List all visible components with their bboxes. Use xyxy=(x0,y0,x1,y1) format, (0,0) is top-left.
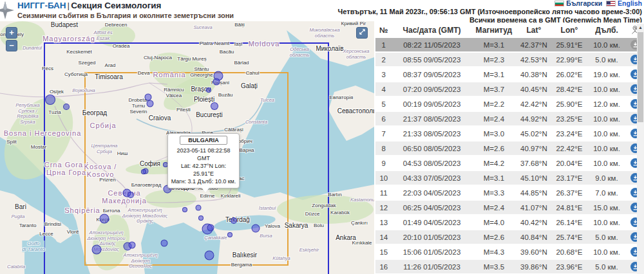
row-magnitude: M=3.0 xyxy=(472,130,516,138)
niggg-logo-icon xyxy=(0,1,15,20)
map-label: Râmnicu Vâlcea xyxy=(164,87,184,98)
page-subtitle: Сеизмични събития в България и околните … xyxy=(17,12,234,19)
earthquake-dot[interactable] xyxy=(196,205,202,211)
quake-table-row[interactable]: 108:22 11/05/2023M=3.142.37°N25.91°E10.0… xyxy=(375,38,644,51)
row-number: 14 xyxy=(375,233,392,241)
language-switcher: Български English xyxy=(338,0,642,7)
map-zoom-out-button[interactable]: − xyxy=(6,40,17,51)
column-header[interactable]: Час/дата (GMT) xyxy=(392,26,472,35)
map-label: Kırıkkale xyxy=(352,240,372,246)
quake-table-body: 108:22 11/05/2023M=3.142.37°N25.91°E10.0… xyxy=(375,38,644,273)
map-label: Debrecen xyxy=(105,22,128,28)
earthquake-dot[interactable] xyxy=(147,100,154,107)
row-latitude: 45.10°N xyxy=(516,174,551,182)
map-label: Oradea xyxy=(113,43,130,49)
bulgarian-flag-icon xyxy=(554,1,564,6)
row-latitude: 40.84°N xyxy=(516,233,551,241)
row-longitude: 26.14°E xyxy=(551,219,587,226)
map-label: Constanța xyxy=(245,120,267,125)
earthquake-dot[interactable] xyxy=(205,251,214,260)
quake-table-row[interactable]: 308:37 09/05/2023M=3.140.38°N26.02°E19.0… xyxy=(375,68,644,81)
column-header[interactable]: № xyxy=(375,26,392,35)
earthquake-dot[interactable] xyxy=(206,87,211,93)
quake-table-row[interactable]: 1206:25 04/05/2023M=2.441.07°N24.81°E15.… xyxy=(375,201,644,214)
earthquake-dot[interactable] xyxy=(231,217,237,224)
map-label: România xyxy=(153,71,185,78)
quake-table-row[interactable]: 1122:03 04/05/2023M=3.344.85°N26.37°E7.0… xyxy=(375,186,644,199)
earthquake-dot[interactable] xyxy=(211,102,218,110)
row-number: 11 xyxy=(375,189,392,197)
map-label: Kastamonu xyxy=(350,197,374,203)
quake-table-row[interactable]: 500:19 09/05/2023M=2.242.42°N25.90°E12.0… xyxy=(375,97,644,111)
row-number: 13 xyxy=(375,219,392,226)
row-longitude: 22.99°E xyxy=(551,56,587,64)
earthquake-dot[interactable] xyxy=(207,224,214,232)
scrollbar-thumb[interactable] xyxy=(638,32,643,122)
row-latitude: 42.53°N xyxy=(516,56,551,64)
map-zoom-in-button[interactable]: + xyxy=(6,27,17,39)
row-depth: 10.0 км. xyxy=(587,160,627,167)
table-header-row: №Час/дата (GMT)МагнитудLat°Lon°Дълб. xyxy=(375,23,644,38)
row-longitude: 23.24°E xyxy=(551,130,587,138)
quake-table-row[interactable]: 1420:10 01/05/2023M=2.640.84°N25.74°E5.0… xyxy=(375,230,644,244)
quake-table-row[interactable]: 904:53 08/05/2023M=4.237.68°N20.04°E10.0… xyxy=(375,156,644,170)
row-number: 8 xyxy=(375,145,392,152)
table-scrollbar[interactable]: ▲ xyxy=(637,24,644,274)
quake-table-row[interactable]: 407:20 09/05/2023M=3.740.45°N28.42°E10.0… xyxy=(375,82,644,96)
lang-bulgarian-link[interactable]: Български xyxy=(566,0,602,7)
org-name[interactable]: НИГГГ-БАН xyxy=(17,1,66,10)
column-header[interactable]: Lon° xyxy=(551,26,587,35)
earthquake-dot[interactable] xyxy=(128,192,134,198)
map-canvas[interactable]: BULGARIA 2023-05-11 08:22:58 GMT Lat: 42… xyxy=(0,21,374,274)
map-label: Миколаїв xyxy=(316,45,343,52)
quake-table-row[interactable]: 721:33 08/05/2023M=3.045.02°N23.24°E10.0… xyxy=(375,127,644,140)
earthquake-dot[interactable] xyxy=(161,240,168,247)
earthquake-dot[interactable] xyxy=(129,242,136,249)
quake-table-row[interactable]: 621:37 08/05/2023M=2.444.92°N23.25°E10.0… xyxy=(375,112,644,125)
earthquake-dot[interactable] xyxy=(141,169,146,174)
column-header[interactable]: Магнитуд xyxy=(472,26,516,35)
map-label: Szeged xyxy=(78,60,95,66)
map-label: Tekirdağ xyxy=(225,216,250,223)
row-longitude: 20.68°E xyxy=(551,248,587,256)
quake-table-row[interactable]: 1301:49 04/05/2023M=4.040.42°N26.14°E10.… xyxy=(375,215,644,229)
map-label: Bari xyxy=(15,203,26,210)
map-label: Суботица xyxy=(64,71,88,77)
row-number: 7 xyxy=(375,130,392,138)
quake-table-row[interactable]: 208:55 09/05/2023M=2.342.53°N22.99°E5.0 … xyxy=(375,53,644,66)
map-label: Mostar xyxy=(31,144,46,150)
map-label: Αποκεντρωμένη Διοίκηση Μακεδονίας Θράκης xyxy=(122,208,167,224)
row-datetime: 04:33 07/05/2023 xyxy=(392,174,472,182)
row-datetime: 04:53 08/05/2023 xyxy=(392,160,472,167)
earthquake-dot[interactable] xyxy=(100,214,109,224)
map-label: Bartın xyxy=(328,192,341,197)
quake-table-row[interactable]: 1515:06 01/05/2023M=4.339.60°N20.68°E10.… xyxy=(375,245,644,259)
earthquake-dot[interactable] xyxy=(182,207,187,212)
earthquake-dot[interactable] xyxy=(252,224,260,233)
map-label: Taranto xyxy=(19,223,37,228)
row-number: 9 xyxy=(375,160,392,167)
scrollbar-up-arrow[interactable]: ▲ xyxy=(637,24,644,32)
earthquake-dot[interactable] xyxy=(198,215,204,221)
map-label: Budapest xyxy=(51,21,78,28)
earthquake-dot[interactable] xyxy=(63,104,70,110)
earthquake-dot[interactable] xyxy=(45,95,55,105)
row-magnitude: M=2.6 xyxy=(472,233,516,241)
map-label: Edirne xyxy=(200,193,214,199)
quake-table-row[interactable]: 806:50 08/05/2023M=2.640.97°N22.42°E10.0… xyxy=(375,142,644,155)
quake-table-row[interactable]: 1611:26 01/05/2023M=3.539.86°N23.96°E5.0… xyxy=(375,260,644,273)
row-magnitude: M=4.3 xyxy=(472,248,516,256)
column-header[interactable]: Дълб. xyxy=(587,26,627,35)
map-fullscreen-button[interactable] xyxy=(356,27,368,39)
column-header[interactable]: Lat° xyxy=(516,26,551,35)
lang-english-link[interactable]: English xyxy=(618,0,642,7)
row-longitude: 28.42°E xyxy=(551,86,587,93)
quake-table-row[interactable]: 1004:33 07/05/2023M=3.145.10°N23.17°E9.0… xyxy=(375,171,644,185)
earthquake-dot[interactable] xyxy=(227,232,232,237)
map-label: Севастополь xyxy=(337,107,374,114)
map-label: Suceava xyxy=(193,25,212,31)
map-label: София xyxy=(140,160,160,167)
earthquake-dot[interactable] xyxy=(213,78,220,86)
map-label: Централна Србија xyxy=(91,143,118,154)
earthquake-dot[interactable] xyxy=(92,245,102,255)
